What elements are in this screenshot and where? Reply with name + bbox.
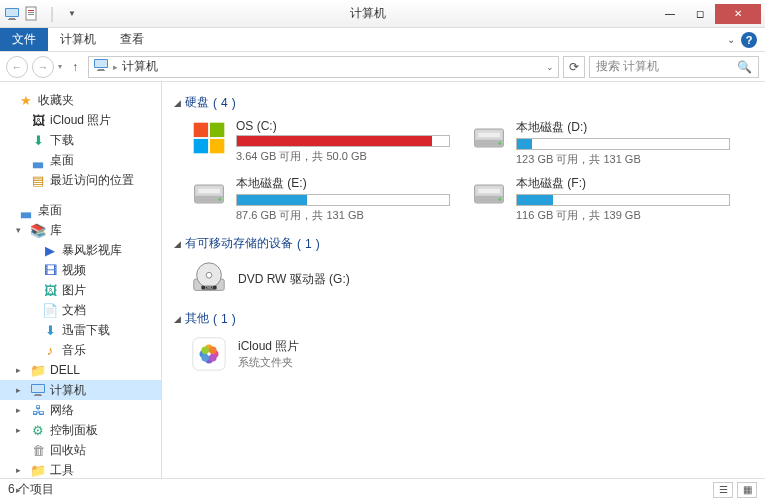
sidebar-item-tools[interactable]: ▸📁工具 (0, 460, 161, 478)
svg-rect-13 (32, 385, 44, 392)
sidebar-item-network[interactable]: ▸🖧网络 (0, 400, 161, 420)
drive-item[interactable]: 本地磁盘 (F:)116 GB 可用，共 139 GB (470, 175, 730, 223)
recycle-bin-icon: 🗑 (30, 442, 46, 458)
desktop-icon: ▃ (18, 202, 34, 218)
details-view-button[interactable]: ☰ (713, 482, 733, 498)
minimize-button[interactable]: — (655, 4, 685, 24)
chevron-down-icon: ◢ (174, 314, 181, 324)
sidebar-desktop-root[interactable]: ▃桌面 (0, 200, 161, 220)
up-button[interactable]: ↑ (66, 60, 84, 74)
sidebar-item-baofeng[interactable]: ▶暴风影视库 (0, 240, 161, 260)
group-header-other[interactable]: ◢ 其他 (1) (174, 310, 753, 327)
star-icon: ★ (18, 92, 34, 108)
maximize-button[interactable]: ◻ (685, 4, 715, 24)
ribbon-tab-computer[interactable]: 计算机 (48, 28, 108, 51)
picture-icon: 🖼 (42, 282, 58, 298)
usage-bar (516, 138, 730, 150)
svg-point-30 (498, 198, 501, 201)
other-item-icloud[interactable]: iCloud 照片 系统文件夹 (190, 335, 753, 373)
svg-rect-16 (194, 123, 208, 137)
document-icon: 📄 (42, 302, 58, 318)
drive-label: 本地磁盘 (F:) (516, 175, 730, 192)
file-tab[interactable]: 文件 (0, 28, 48, 51)
qat-dropdown-icon[interactable]: ▼ (64, 6, 80, 22)
address-box[interactable]: ▸ 计算机 ⌄ (88, 56, 559, 78)
history-dropdown-icon[interactable]: ▾ (58, 62, 62, 71)
chevron-down-icon: ◢ (174, 239, 181, 249)
removable-item-dvd[interactable]: DVD DVD RW 驱动器 (G:) (190, 260, 753, 298)
sidebar-item-recycle-bin[interactable]: 🗑回收站 (0, 440, 161, 460)
sidebar-item-downloads[interactable]: ⬇下载 (0, 130, 161, 150)
sidebar-item-computer[interactable]: ▸计算机 (0, 380, 161, 400)
navigation-pane: ★收藏夹 🖼iCloud 照片 ⬇下载 ▃桌面 ▤最近访问的位置 ▃桌面 ▾📚库… (0, 82, 162, 478)
library-icon: 📚 (30, 222, 46, 238)
chevron-right-icon[interactable]: ▸ (16, 365, 26, 375)
svg-point-34 (206, 272, 212, 278)
body: ★收藏夹 🖼iCloud 照片 ⬇下载 ▃桌面 ▤最近访问的位置 ▃桌面 ▾📚库… (0, 82, 765, 478)
control-panel-icon: ⚙ (30, 422, 46, 438)
sidebar-item-xunlei[interactable]: ⬇迅雷下载 (0, 320, 161, 340)
chevron-right-icon[interactable]: ▸ (16, 425, 26, 435)
drive-detail: 3.64 GB 可用，共 50.0 GB (236, 149, 450, 164)
properties-icon[interactable] (24, 6, 40, 22)
chevron-down-icon[interactable]: ▾ (16, 225, 26, 235)
sidebar-library[interactable]: ▾📚库 (0, 220, 161, 240)
chevron-down-icon[interactable]: ⌄ (727, 34, 735, 45)
svg-rect-27 (198, 189, 220, 194)
usage-bar (236, 135, 450, 147)
drive-item[interactable]: 本地磁盘 (E:)87.6 GB 可用，共 131 GB (190, 175, 450, 223)
svg-rect-15 (34, 395, 42, 396)
svg-rect-4 (26, 7, 36, 20)
chevron-down-icon: ◢ (174, 98, 181, 108)
sidebar-item-recent[interactable]: ▤最近访问的位置 (0, 170, 161, 190)
drive-icon (470, 175, 508, 213)
group-header-drives[interactable]: ◢ 硬盘 (4) (174, 94, 753, 111)
folder-icon: 📁 (30, 462, 46, 478)
icons-view-button[interactable]: ▦ (737, 482, 757, 498)
sidebar-item-videos[interactable]: 🎞视频 (0, 260, 161, 280)
drive-item[interactable]: 本地磁盘 (D:)123 GB 可用，共 131 GB (470, 119, 730, 167)
sidebar-item-dell[interactable]: ▸📁DELL (0, 360, 161, 380)
group-header-removable[interactable]: ◢ 有可移动存储的设备 (1) (174, 235, 753, 252)
forward-button[interactable]: → (32, 56, 54, 78)
breadcrumb[interactable]: 计算机 (122, 58, 158, 75)
search-icon: 🔍 (737, 60, 752, 74)
drive-item[interactable]: OS (C:)3.64 GB 可用，共 50.0 GB (190, 119, 450, 167)
search-input[interactable]: 搜索 计算机 🔍 (589, 56, 759, 78)
breadcrumb-sep-icon[interactable]: ▸ (113, 62, 118, 72)
svg-rect-5 (28, 10, 34, 11)
folder-icon: 📁 (30, 362, 46, 378)
chevron-right-icon[interactable]: ▸ (16, 405, 26, 415)
drive-label: 本地磁盘 (E:) (236, 175, 450, 192)
window-controls: — ◻ ✕ (655, 4, 761, 24)
svg-point-45 (201, 346, 209, 354)
close-button[interactable]: ✕ (715, 4, 761, 24)
window-title: 计算机 (80, 5, 655, 22)
sidebar-favorites[interactable]: ★收藏夹 (0, 90, 161, 110)
chevron-right-icon[interactable]: ▸ (16, 465, 26, 475)
chevron-right-icon[interactable]: ▸ (16, 385, 26, 395)
svg-rect-6 (28, 12, 34, 13)
svg-point-26 (218, 198, 221, 201)
back-button[interactable]: ← (6, 56, 28, 78)
video-icon: ▶ (42, 242, 58, 258)
ribbon: 文件 计算机 查看 ⌄ ? (0, 28, 765, 52)
sidebar-item-pictures[interactable]: 🖼图片 (0, 280, 161, 300)
ribbon-tab-view[interactable]: 查看 (108, 28, 156, 51)
svg-rect-23 (478, 133, 500, 138)
sidebar-item-icloud-photos[interactable]: 🖼iCloud 照片 (0, 110, 161, 130)
svg-rect-10 (98, 69, 104, 70)
help-icon[interactable]: ? (741, 32, 757, 48)
download-icon: ⬇ (30, 132, 46, 148)
address-dropdown-icon[interactable]: ⌄ (546, 62, 554, 72)
sidebar-item-control-panel[interactable]: ▸⚙控制面板 (0, 420, 161, 440)
sidebar-item-documents[interactable]: 📄文档 (0, 300, 161, 320)
drive-detail: 87.6 GB 可用，共 131 GB (236, 208, 450, 223)
view-switcher: ☰ ▦ (713, 482, 757, 498)
svg-rect-1 (6, 9, 18, 16)
sidebar-item-desktop[interactable]: ▃桌面 (0, 150, 161, 170)
sidebar-item-music[interactable]: ♪音乐 (0, 340, 161, 360)
svg-rect-37 (193, 338, 225, 370)
refresh-button[interactable]: ⟳ (563, 56, 585, 78)
drive-icon (470, 119, 508, 157)
